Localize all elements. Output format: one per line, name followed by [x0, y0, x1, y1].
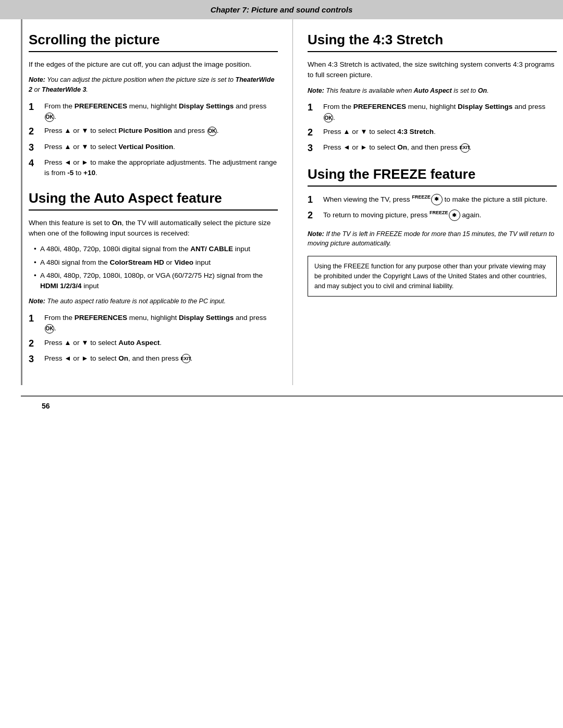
section-title-43-stretch: Using the 4:3 Stretch	[308, 32, 557, 52]
st-step-3: 3 Press ◄ or ► to select On, and then pr…	[308, 142, 557, 154]
freeze-label-2: FREEZE	[430, 210, 448, 215]
freeze-button-icon-2: 🟌	[449, 209, 460, 221]
exit-button-icon: EXIT	[460, 143, 470, 153]
section-43-stretch: Using the 4:3 Stretch When 4:3 Stretch i…	[308, 32, 557, 155]
st-step-2: 2 Press ▲ or ▼ to select 4:3 Stretch.	[308, 127, 557, 139]
chapter-title: Chapter 7: Picture and sound controls	[211, 5, 353, 14]
stretch-note: Note: This feature is available when Aut…	[308, 86, 557, 96]
auto-aspect-note: Note: The auto aspect ratio feature is n…	[29, 297, 278, 306]
ok-button-icon: OK	[45, 113, 54, 122]
step-2: 2 Press ▲ or ▼ to select Picture Positio…	[29, 126, 278, 138]
ok-button-icon: OK	[324, 113, 333, 122]
scrolling-steps: 1 From the PREFERENCES menu, highlight D…	[29, 101, 278, 179]
aa-step-3: 3 Press ◄ or ► to select On, and then pr…	[29, 353, 278, 365]
left-column: Scrolling the picture If the edges of th…	[21, 19, 293, 385]
auto-aspect-steps: 1 From the PREFERENCES menu, highlight D…	[29, 313, 278, 365]
stretch-body: When 4:3 Stretch is activated, the size …	[308, 59, 557, 81]
freeze-steps: 1 When viewing the TV, press FREEZE🟌 to …	[308, 194, 557, 222]
ok-button-icon: OK	[45, 324, 54, 334]
freeze-button-icon: 🟌	[431, 194, 443, 205]
bullet-3: A 480i, 480p, 720p, 1080i, 1080p, or VGA…	[34, 270, 278, 292]
section-auto-aspect: Using the Auto Aspect feature When this …	[29, 190, 278, 366]
scrolling-note: Note: You can adjust the picture positio…	[29, 75, 278, 95]
right-column: Using the 4:3 Stretch When 4:3 Stretch i…	[293, 19, 563, 385]
ok-button-icon: OK	[207, 127, 217, 136]
section-scrolling: Scrolling the picture If the edges of th…	[29, 32, 278, 179]
st-step-1: 1 From the PREFERENCES menu, highlight D…	[308, 102, 557, 123]
freeze-label: FREEZE	[412, 194, 431, 200]
freeze-note: Note: If the TV is left in FREEZE mode f…	[308, 229, 557, 249]
page-header: Chapter 7: Picture and sound controls	[0, 0, 563, 19]
scrolling-body: If the edges of the picture are cut off,…	[29, 59, 278, 70]
step-3: 3 Press ▲ or ▼ to select Vertical Positi…	[29, 142, 278, 154]
section-title-scrolling: Scrolling the picture	[29, 32, 278, 52]
section-title-auto-aspect: Using the Auto Aspect feature	[29, 190, 278, 211]
aa-step-2: 2 Press ▲ or ▼ to select Auto Aspect.	[29, 338, 278, 350]
exit-button-icon: EXIT	[181, 354, 191, 363]
section-freeze: Using the FREEZE feature 1 When viewing …	[308, 166, 557, 297]
freeze-notice-text: Using the FREEZE function for any purpos…	[314, 263, 546, 290]
auto-aspect-bullets: A 480i, 480p, 720p, 1080i digital signal…	[34, 244, 278, 291]
step-4: 4 Press ◄ or ► to make the appropriate a…	[29, 157, 278, 179]
page-footer: 56	[21, 396, 563, 415]
fr-step-1: 1 When viewing the TV, press FREEZE🟌 to …	[308, 194, 557, 206]
section-title-freeze: Using the FREEZE feature	[308, 166, 557, 187]
aa-step-1: 1 From the PREFERENCES menu, highlight D…	[29, 313, 278, 334]
page-number: 56	[42, 402, 50, 410]
bullet-1: A 480i, 480p, 720p, 1080i digital signal…	[34, 244, 278, 254]
freeze-notice-box: Using the FREEZE function for any purpos…	[308, 256, 557, 297]
auto-aspect-body: When this feature is set to On, the TV w…	[29, 218, 278, 239]
stretch-steps: 1 From the PREFERENCES menu, highlight D…	[308, 102, 557, 154]
bullet-2: A 480i signal from the ColorStream HD or…	[34, 257, 278, 268]
step-1: 1 From the PREFERENCES menu, highlight D…	[29, 101, 278, 122]
fr-step-2: 2 To return to moving picture, press FRE…	[308, 209, 557, 221]
